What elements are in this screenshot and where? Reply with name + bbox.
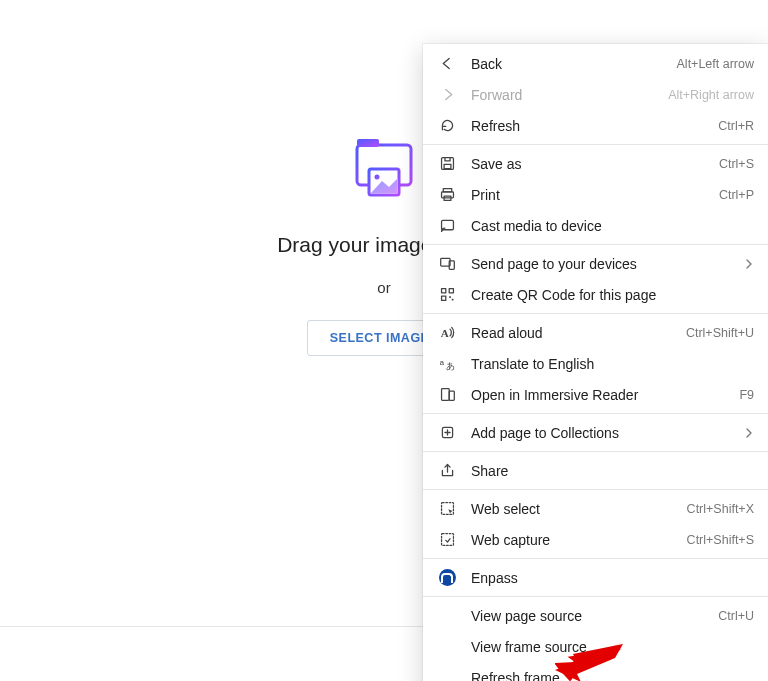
svg-rect-16 — [449, 296, 451, 298]
menu-item-label: Back — [471, 56, 669, 72]
svg-text:A: A — [440, 327, 448, 339]
menu-item-shortcut: Ctrl+U — [718, 609, 754, 623]
menu-divider — [423, 144, 768, 145]
menu-item-refresh[interactable]: RefreshCtrl+R — [423, 110, 768, 141]
svg-point-10 — [441, 230, 442, 231]
menu-item-view-page-source[interactable]: View page sourceCtrl+U — [423, 600, 768, 631]
svg-rect-24 — [441, 503, 453, 515]
menu-divider — [423, 558, 768, 559]
menu-item-refresh-frame[interactable]: Refresh frame — [423, 662, 768, 681]
menu-item-read-aloud[interactable]: ARead aloudCtrl+Shift+U — [423, 317, 768, 348]
devices-icon — [437, 254, 457, 274]
svg-rect-13 — [441, 289, 445, 293]
menu-item-label: Refresh — [471, 118, 710, 134]
menu-item-label: Cast media to device — [471, 218, 754, 234]
menu-item-label: Send page to your devices — [471, 256, 738, 272]
menu-item-label: Enpass — [471, 570, 754, 586]
menu-item-share[interactable]: Share — [423, 455, 768, 486]
cast-icon — [437, 216, 457, 236]
menu-item-label: View page source — [471, 608, 710, 624]
menu-item-translate-to-english[interactable]: aあTranslate to English — [423, 348, 768, 379]
readaloud-icon: A — [437, 323, 457, 343]
svg-rect-25 — [441, 534, 453, 546]
menu-item-web-capture[interactable]: Web captureCtrl+Shift+S — [423, 524, 768, 555]
menu-item-shortcut: Ctrl+R — [718, 119, 754, 133]
translate-icon: aあ — [437, 354, 457, 374]
menu-item-label: Print — [471, 187, 711, 203]
menu-item-label: Translate to English — [471, 356, 754, 372]
menu-item-shortcut: Ctrl+S — [719, 157, 754, 171]
menu-item-web-select[interactable]: Web selectCtrl+Shift+X — [423, 493, 768, 524]
chevron-right-icon — [744, 256, 754, 272]
menu-item-label: Read aloud — [471, 325, 678, 341]
back-icon — [437, 54, 457, 74]
svg-rect-1 — [357, 139, 379, 147]
webselect-icon — [437, 499, 457, 519]
svg-point-3 — [375, 175, 380, 180]
menu-item-label: Save as — [471, 156, 711, 172]
menu-item-enpass[interactable]: Enpass — [423, 562, 768, 593]
svg-rect-4 — [441, 158, 453, 170]
menu-item-save-as[interactable]: Save asCtrl+S — [423, 148, 768, 179]
menu-item-label: Open in Immersive Reader — [471, 387, 731, 403]
menu-divider — [423, 596, 768, 597]
menu-item-label: View frame source — [471, 639, 754, 655]
menu-divider — [423, 451, 768, 452]
svg-rect-21 — [441, 389, 449, 401]
menu-item-open-in-immersive-reader[interactable]: Open in Immersive ReaderF9 — [423, 379, 768, 410]
refresh-icon — [437, 116, 457, 136]
blank-icon — [437, 668, 457, 682]
menu-item-cast-media-to-device[interactable]: Cast media to device — [423, 210, 768, 241]
svg-rect-14 — [449, 289, 453, 293]
menu-item-label: Forward — [471, 87, 660, 103]
svg-rect-15 — [441, 296, 445, 300]
menu-item-forward: ForwardAlt+Right arrow — [423, 79, 768, 110]
menu-item-shortcut: Ctrl+Shift+U — [686, 326, 754, 340]
context-menu: BackAlt+Left arrowForwardAlt+Right arrow… — [423, 44, 768, 681]
qr-icon — [437, 285, 457, 305]
forward-icon — [437, 85, 457, 105]
save-icon — [437, 154, 457, 174]
svg-rect-17 — [451, 299, 453, 301]
menu-item-shortcut: F9 — [739, 388, 754, 402]
menu-item-shortcut: Alt+Left arrow — [677, 57, 754, 71]
svg-rect-5 — [444, 164, 451, 168]
svg-text:a: a — [439, 358, 444, 367]
menu-item-add-page-to-collections[interactable]: Add page to Collections — [423, 417, 768, 448]
menu-item-label: Add page to Collections — [471, 425, 738, 441]
or-text: or — [377, 279, 390, 296]
collections-icon — [437, 423, 457, 443]
share-icon — [437, 461, 457, 481]
menu-item-view-frame-source[interactable]: View frame source — [423, 631, 768, 662]
divider-line — [0, 626, 423, 627]
menu-item-shortcut: Ctrl+Shift+X — [687, 502, 754, 516]
menu-item-print[interactable]: PrintCtrl+P — [423, 179, 768, 210]
menu-divider — [423, 313, 768, 314]
menu-item-shortcut: Alt+Right arrow — [668, 88, 754, 102]
svg-rect-22 — [449, 391, 454, 400]
menu-item-shortcut: Ctrl+Shift+S — [687, 533, 754, 547]
svg-rect-7 — [441, 192, 453, 198]
enpass-icon — [437, 568, 457, 588]
menu-item-shortcut: Ctrl+P — [719, 188, 754, 202]
blank-icon — [437, 637, 457, 657]
svg-text:あ: あ — [445, 361, 454, 371]
menu-item-create-qr-code-for-this-page[interactable]: Create QR Code for this page — [423, 279, 768, 310]
webcapture-icon — [437, 530, 457, 550]
menu-divider — [423, 413, 768, 414]
menu-divider — [423, 244, 768, 245]
menu-item-send-page-to-your-devices[interactable]: Send page to your devices — [423, 248, 768, 279]
upload-folder-image-icon — [349, 135, 419, 205]
reader-icon — [437, 385, 457, 405]
menu-item-label: Share — [471, 463, 754, 479]
menu-item-label: Refresh frame — [471, 670, 754, 682]
print-icon — [437, 185, 457, 205]
menu-item-label: Create QR Code for this page — [471, 287, 754, 303]
menu-item-back[interactable]: BackAlt+Left arrow — [423, 48, 768, 79]
menu-item-label: Web capture — [471, 532, 679, 548]
menu-item-label: Web select — [471, 501, 679, 517]
menu-divider — [423, 489, 768, 490]
blank-icon — [437, 606, 457, 626]
chevron-right-icon — [744, 425, 754, 441]
